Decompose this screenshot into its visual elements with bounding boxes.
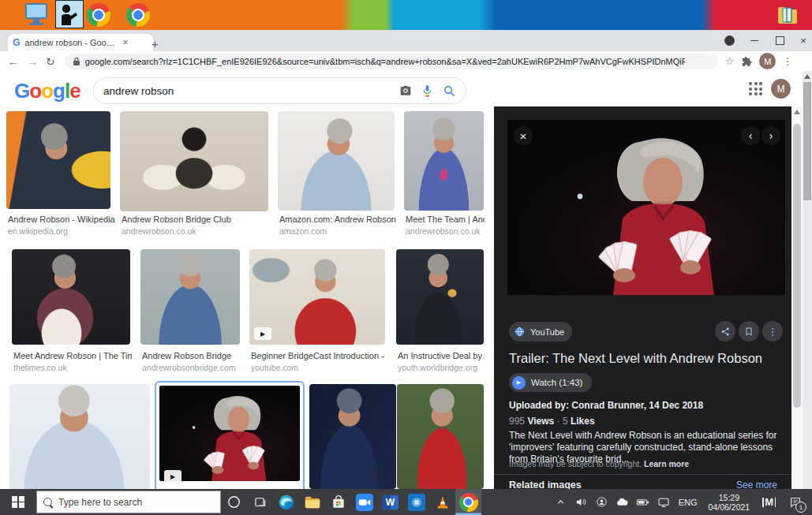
image-result-thumbnail[interactable] <box>9 384 150 489</box>
chrome-taskbar-icon[interactable] <box>455 489 481 515</box>
zoom-icon[interactable] <box>351 489 377 515</box>
task-view-button[interactable] <box>247 489 273 515</box>
preview-prev-icon[interactable]: ‹ <box>741 126 760 145</box>
word-icon[interactable]: W <box>377 489 403 515</box>
image-result-thumbnail[interactable]: ▶ <box>249 249 385 345</box>
bookmark-star-icon[interactable]: ☆ <box>725 55 735 67</box>
m-app-tray-icon[interactable]: M <box>758 496 780 508</box>
result-title[interactable]: Trailer: The Next Level with Andrew Robs… <box>509 351 785 366</box>
watch-button[interactable]: ▶ Watch (1:43) <box>509 373 592 392</box>
image-result-caption[interactable]: Andrew Robson Bridgeandrewrobsonbridge.c… <box>142 351 246 372</box>
file-explorer-icon[interactable] <box>299 489 325 515</box>
language-indicator[interactable]: ENG <box>675 498 701 507</box>
padlock-icon <box>73 57 80 66</box>
back-button[interactable]: ← <box>8 55 19 68</box>
cortana-button[interactable] <box>221 489 247 515</box>
image-result-thumbnail[interactable] <box>396 249 484 345</box>
panel-scrollbar[interactable] <box>791 106 803 489</box>
search-input[interactable]: andrew robson <box>93 77 466 104</box>
chrome-shortcut-icon[interactable] <box>87 3 110 27</box>
google-account-avatar[interactable]: M <box>771 79 791 99</box>
image-result-caption[interactable]: Andrew Robson Bridge Clubandrewrobson.co… <box>122 215 268 236</box>
edge-icon[interactable] <box>273 489 299 515</box>
image-result-thumbnail[interactable] <box>140 249 240 345</box>
search-icon <box>43 498 52 506</box>
image-result-thumbnail[interactable] <box>278 111 395 211</box>
image-result-caption[interactable]: Andrew Robson - Wikipediaen.wikipedia.or… <box>8 215 117 236</box>
forward-button[interactable]: → <box>27 55 38 68</box>
browser-avatar[interactable]: M <box>759 53 776 69</box>
image-result-caption[interactable]: Amazon.com: Andrew Robson: Books...amazo… <box>279 215 396 236</box>
action-center-icon[interactable]: 1 <box>784 489 807 515</box>
preview-image[interactable]: × ‹ › <box>507 120 785 295</box>
page-scrollbar[interactable] <box>803 71 812 489</box>
taskbar-search-input[interactable]: Type here to search <box>36 491 221 513</box>
search-query-text: andrew robson <box>103 85 390 97</box>
image-result-thumbnail[interactable] <box>6 111 110 209</box>
image-detail-panel: × ‹ › YouTube ⋮ Trailer: The Next Level … <box>494 106 791 489</box>
preview-close-icon[interactable]: × <box>514 126 533 145</box>
google-favicon: G <box>13 37 20 48</box>
more-options-button[interactable]: ⋮ <box>762 321 783 341</box>
browser-menu-icon[interactable]: ⋮ <box>782 55 792 67</box>
preview-next-icon[interactable]: › <box>761 126 780 145</box>
browser-tab[interactable]: G andrew robson - Google Search × <box>8 34 153 51</box>
image-result-thumbnail[interactable] <box>309 384 396 489</box>
google-logo[interactable]: Google <box>14 79 80 103</box>
screen: G andrew robson - Google Search × + × ← … <box>0 0 812 515</box>
image-results-grid: Andrew Robson - Wikipediaen.wikipedia.or… <box>0 106 494 489</box>
uploaded-by-text: Uploaded by: Conrad Brunner, 14 Dec 2018 <box>509 400 703 411</box>
watch-label: Watch (1:43) <box>531 378 582 387</box>
search-submit-icon[interactable] <box>443 84 456 98</box>
reload-button[interactable]: ↻ <box>46 55 55 68</box>
image-result-caption[interactable]: Beginner BridgeCast Introduction - YouTu… <box>251 351 387 372</box>
onedrive-icon[interactable] <box>614 489 631 515</box>
vlc-icon[interactable] <box>429 489 455 515</box>
panel-divider <box>494 474 791 475</box>
share-button[interactable] <box>715 321 735 341</box>
blue-app-icon[interactable] <box>403 489 429 515</box>
save-bookmark-button[interactable] <box>739 321 759 341</box>
start-button[interactable] <box>0 489 36 515</box>
taskbar-clock[interactable]: 15:2904/06/2021 <box>704 493 755 512</box>
image-result-thumbnail[interactable] <box>12 249 130 345</box>
play-icon: ▶ <box>512 376 526 390</box>
video-play-badge: ▶ <box>254 327 271 340</box>
volume-icon[interactable] <box>573 489 590 515</box>
browser-profile-badge[interactable] <box>724 35 735 46</box>
video-play-badge: ▶ <box>164 470 181 483</box>
tab-close-icon[interactable]: × <box>122 38 128 47</box>
extensions-icon[interactable] <box>741 56 752 67</box>
address-bar[interactable]: google.com/search?rlz=1C1CHBF_enIE926IE9… <box>65 54 718 69</box>
learn-more-link[interactable]: Learn more <box>644 459 689 468</box>
system-tray: ENG 15:2904/06/2021 M 1 <box>552 489 812 515</box>
image-search-camera-icon[interactable] <box>399 85 412 96</box>
word-letter: W <box>386 497 395 508</box>
notification-badge: 1 <box>795 502 806 513</box>
image-result-caption[interactable]: Meet Andrew Robson | The Timesthetimes.c… <box>13 351 132 372</box>
selected-image-thumbnail[interactable]: ▶ <box>155 381 305 489</box>
microsoft-store-icon[interactable] <box>325 489 351 515</box>
window-minimize-button[interactable] <box>743 30 766 51</box>
source-site-badge[interactable]: YouTube <box>509 322 572 341</box>
image-result-thumbnail[interactable] <box>404 111 484 211</box>
window-maximize-button[interactable] <box>768 30 791 51</box>
battery-icon[interactable] <box>634 489 652 515</box>
image-result-caption[interactable]: Meet The Team | Andre...andrewrobson.co.… <box>406 215 485 236</box>
documents-folder-icon[interactable] <box>776 5 799 28</box>
window-close-button[interactable]: × <box>791 30 812 51</box>
tray-chevron-up-icon[interactable] <box>552 489 570 515</box>
google-apps-grid-icon[interactable] <box>749 82 763 96</box>
reader-app-icon[interactable] <box>55 0 84 32</box>
voice-search-mic-icon[interactable] <box>421 84 433 98</box>
image-result-caption[interactable]: An Instructive Deal by Andr...youth.worl… <box>398 351 485 372</box>
image-result-thumbnail[interactable] <box>397 384 484 489</box>
taskbar-search-placeholder: Type here to search <box>58 497 142 508</box>
new-tab-button[interactable]: + <box>152 37 159 50</box>
image-result-thumbnail[interactable] <box>120 111 268 211</box>
people-icon[interactable] <box>593 489 611 515</box>
copyright-note: Images may be subject to copyright. Lear… <box>509 459 689 468</box>
computer-icon[interactable] <box>22 2 51 31</box>
chrome-shortcut-icon-2[interactable] <box>126 3 150 27</box>
network-icon[interactable] <box>655 489 672 515</box>
